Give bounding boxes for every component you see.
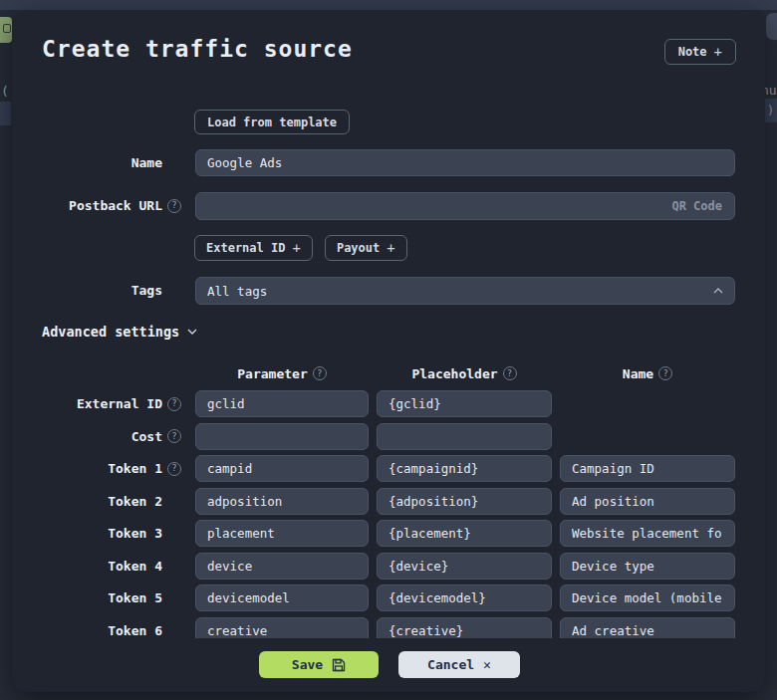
parameter-input[interactable] (195, 455, 369, 482)
background-row-fragment-left (0, 102, 11, 125)
tags-select[interactable]: All tags (195, 277, 735, 305)
name-label-cell: Name (42, 149, 181, 176)
help-icon[interactable]: ? (167, 397, 181, 411)
help-icon[interactable]: ? (167, 462, 181, 476)
parameter-input[interactable] (195, 584, 369, 611)
row-label-cell: Token 2 (42, 488, 181, 515)
row-label-cell: Cost ? (42, 423, 181, 450)
row-label: External ID (77, 396, 162, 411)
row-label-cell: Token 5 (42, 584, 181, 611)
close-icon: ✕ (483, 657, 491, 672)
row-label-cell: Token 3 (42, 520, 181, 547)
load-from-template-label: Load from template (207, 116, 337, 129)
add-external-id-button[interactable]: External ID + (194, 235, 313, 261)
chevron-up-icon (713, 288, 723, 294)
add-payout-button[interactable]: Payout + (325, 235, 407, 261)
advanced-settings-label: Advanced settings (42, 324, 179, 340)
help-icon[interactable]: ? (503, 366, 517, 380)
plus-icon: + (387, 240, 394, 256)
table-row: Cost ? (12, 423, 765, 450)
help-icon[interactable]: ? (167, 199, 181, 213)
background-text-fragment-left: ( (1, 84, 9, 99)
row-label: Token 6 (108, 623, 162, 638)
row-label: Token 1 (108, 461, 162, 476)
name-label: Name (131, 155, 162, 170)
placeholder-input[interactable] (377, 488, 552, 515)
table-row: Token 3 (12, 520, 765, 547)
parameter-input[interactable] (195, 488, 369, 515)
parameter-input[interactable] (195, 520, 369, 547)
placeholder-input[interactable] (377, 553, 552, 580)
placeholder-input[interactable] (377, 520, 552, 547)
name-input[interactable] (560, 455, 735, 482)
background-row-fragment-right: ) (765, 99, 777, 122)
plus-icon: + (714, 44, 722, 60)
modal-footer: Save Cancel ✕ (12, 638, 765, 692)
tags-selected-value: All tags (207, 284, 267, 299)
name-input[interactable] (560, 520, 735, 547)
row-label-cell: External ID ? (42, 390, 181, 417)
parameter-input[interactable] (195, 390, 369, 417)
row-label: Token 3 (108, 526, 162, 541)
table-row: Token 2 (12, 488, 765, 515)
macro-buttons-row: External ID + Payout + (194, 235, 407, 261)
row-label-cell: Token 1 ? (42, 455, 181, 482)
name-input[interactable] (560, 553, 735, 580)
name-input[interactable] (560, 488, 735, 515)
token-rows: External ID ? Cost ? Token 1 ? Token 2 (12, 390, 765, 649)
floppy-disk-icon (332, 658, 346, 672)
postback-url-label: Postback URL (69, 198, 162, 213)
modal-title: Create traffic source (42, 36, 353, 62)
table-row: External ID ? (12, 390, 765, 417)
background-button-fragment-right (766, 13, 777, 40)
help-icon[interactable]: ? (313, 366, 327, 380)
name-input[interactable] (195, 149, 735, 176)
qr-code-button[interactable]: QR Code (671, 193, 722, 219)
table-row: Token 4 (12, 553, 765, 580)
cancel-button[interactable]: Cancel ✕ (398, 651, 520, 678)
column-header-parameter: Parameter ? (195, 365, 369, 381)
parameter-input[interactable] (195, 553, 369, 580)
column-header-placeholder: Placeholder ? (377, 365, 552, 381)
tag-icon (3, 24, 11, 33)
cancel-button-label: Cancel (427, 657, 474, 672)
payout-button-label: Payout (337, 241, 380, 255)
placeholder-input[interactable] (377, 584, 552, 611)
name-input[interactable] (560, 584, 735, 611)
add-note-button[interactable]: Note + (664, 39, 736, 65)
tags-label: Tags (131, 283, 162, 298)
placeholder-input[interactable] (377, 423, 552, 450)
placeholder-header-label: Placeholder (411, 366, 497, 381)
table-row: Token 5 (12, 584, 765, 611)
name-header-label: Name (623, 366, 653, 381)
postback-url-label-cell: Postback URL ? (42, 192, 181, 219)
note-button-label: Note (678, 45, 707, 59)
screen: ( nu ) Create traffic source Note + Load… (0, 0, 777, 700)
placeholder-input[interactable] (377, 455, 552, 482)
background-top-bar (0, 0, 777, 10)
row-label: Token 2 (108, 494, 162, 509)
save-button-label: Save (292, 657, 323, 672)
table-row: Token 1 ? (12, 455, 765, 482)
help-icon[interactable]: ? (167, 429, 181, 443)
tags-label-cell: Tags (42, 277, 181, 304)
row-label: Token 4 (108, 559, 162, 574)
create-traffic-source-modal: Create traffic source Note + Load from t… (12, 10, 765, 692)
placeholder-input[interactable] (377, 390, 552, 417)
column-header-name: Name ? (560, 365, 735, 381)
background-green-tag-fragment (0, 17, 12, 43)
parameter-input[interactable] (195, 423, 369, 450)
external-id-button-label: External ID (206, 241, 285, 255)
row-label: Token 5 (108, 590, 162, 605)
row-label: Cost (131, 429, 162, 444)
chevron-down-icon (187, 329, 197, 335)
postback-url-input[interactable]: QR Code (195, 192, 735, 220)
load-from-template-button[interactable]: Load from template (194, 110, 350, 134)
row-label-cell: Token 4 (42, 553, 181, 580)
advanced-settings-toggle[interactable]: Advanced settings (42, 324, 197, 340)
save-button[interactable]: Save (259, 651, 379, 678)
help-icon[interactable]: ? (658, 366, 672, 380)
parameter-header-label: Parameter (237, 366, 307, 381)
plus-icon: + (292, 240, 300, 256)
